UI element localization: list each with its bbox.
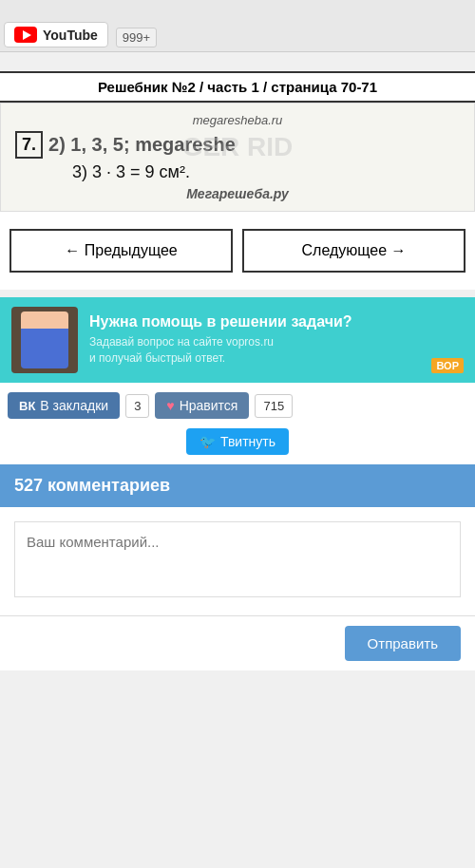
ad-badge: ВОР [431, 358, 464, 373]
prev-button[interactable]: ← Предыдущее [10, 229, 233, 273]
submit-button[interactable]: Отправить [345, 626, 461, 661]
social-row: ВК В закладки 3 ♥ Нравится 715 [0, 383, 475, 428]
tweet-button[interactable]: 🐦 Твитнуть [186, 428, 289, 455]
heart-icon: ♥ [166, 398, 174, 413]
vk-bookmark-button[interactable]: ВК В закладки [8, 392, 120, 419]
math-line1: 7. 2) 1, 3, 5; megareshe [15, 131, 460, 159]
tweet-label: Твитнуть [220, 434, 276, 449]
site-top: megaresheba.ru [193, 113, 283, 127]
comment-textarea[interactable] [14, 521, 461, 597]
spacer-top [0, 52, 475, 71]
twitter-bird-icon: 🐦 [200, 434, 216, 449]
like-label: Нравится [180, 398, 238, 413]
comment-input-area [0, 507, 475, 616]
ad-image [11, 307, 78, 373]
submit-area: Отправить [0, 616, 475, 670]
next-button[interactable]: Следующее → [242, 229, 466, 273]
youtube-button[interactable]: YouTube [4, 22, 108, 47]
top-header: YouTube 999+ [0, 0, 475, 52]
youtube-icon [14, 27, 37, 43]
like-button[interactable]: ♥ Нравится [155, 392, 249, 419]
vk-count: 3 [125, 394, 149, 418]
ad-person-illustration [21, 311, 68, 368]
main-content: Решебник №2 / часть 1 / страница 70-71 G… [0, 71, 475, 290]
vk-label: В закладки [40, 398, 108, 413]
comments-count: 527 комментариев [14, 476, 170, 495]
solution-area: GER RID megaresheba.ru 7. 2) 1, 3, 5; me… [0, 103, 475, 212]
math-line2: 3) 3 · 3 = 9 см². [72, 162, 190, 182]
nav-buttons: ← Предыдущее Следующее → [0, 212, 475, 290]
reshebnik-header: Решебник №2 / часть 1 / страница 70-71 [0, 71, 475, 103]
youtube-count: 999+ [116, 28, 157, 47]
ad-text: Нужна помощь в решении задачи? Задавай в… [89, 313, 420, 367]
site-bottom: Мегарешеба.ру [186, 186, 289, 201]
ad-desc: Задавай вопрос на сайте vopros.ruи получ… [89, 334, 420, 367]
spacer-mid [0, 290, 475, 297]
vk-icon: ВК [19, 399, 35, 413]
math-content: 2) 1, 3, 5; megareshe [48, 134, 236, 156]
youtube-label: YouTube [43, 28, 98, 43]
twitter-row: 🐦 Твитнуть [0, 428, 475, 464]
comments-header: 527 комментариев [0, 464, 475, 507]
reshebnik-title: Решебник №2 / часть 1 / страница 70-71 [98, 79, 377, 95]
ad-title: Нужна помощь в решении задачи? [89, 313, 420, 330]
like-count: 715 [255, 394, 293, 418]
problem-number: 7. [15, 131, 43, 159]
play-triangle [23, 30, 31, 40]
ad-banner[interactable]: Нужна помощь в решении задачи? Задавай в… [0, 297, 475, 383]
